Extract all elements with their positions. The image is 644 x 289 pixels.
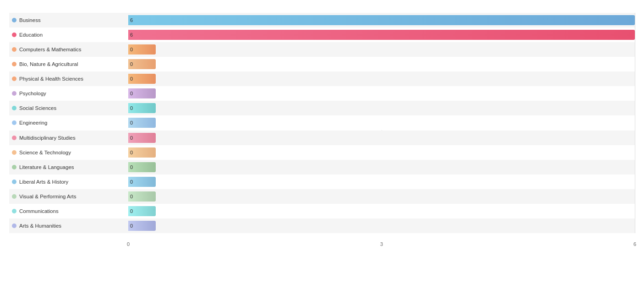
bar-value-label: 0 [130, 164, 133, 170]
bar-track: 0 [128, 162, 635, 172]
x-axis: 036 [128, 233, 635, 247]
color-dot [12, 120, 16, 125]
bar-fill: 0 [128, 103, 156, 113]
bar-row: Business6 [9, 13, 635, 27]
bar-fill: 0 [128, 133, 156, 143]
bar-label-text: Business [19, 17, 41, 23]
bar-row: Visual & Performing Arts0 [9, 189, 635, 204]
bars-wrapper: Business6Education6Computers & Mathemati… [9, 13, 635, 233]
bar-row: Engineering0 [9, 115, 635, 130]
bar-label-text: Social Sciences [19, 105, 56, 111]
bar-track: 0 [128, 177, 635, 187]
color-dot [12, 194, 16, 199]
bar-row: Psychology0 [9, 86, 635, 101]
bar-fill: 0 [128, 206, 156, 216]
bar-label-text: Literature & Languages [19, 164, 74, 170]
bar-fill: 0 [128, 74, 156, 84]
bar-track: 0 [128, 74, 635, 84]
bar-label: Computers & Mathematics [9, 47, 128, 52]
bar-value-label: 0 [130, 91, 133, 96]
bar-label: Liberal Arts & History [9, 179, 128, 185]
bar-fill: 0 [128, 147, 156, 158]
bar-track: 0 [128, 191, 635, 202]
bar-row: Arts & Humanities0 [9, 218, 635, 233]
bar-value-label: 0 [130, 105, 133, 111]
color-dot [12, 165, 16, 169]
bar-track: 6 [128, 15, 635, 25]
bar-label: Visual & Performing Arts [9, 194, 128, 199]
color-dot [12, 209, 16, 213]
bar-value-label: 0 [130, 194, 133, 199]
color-dot [12, 224, 16, 228]
bar-track: 0 [128, 221, 635, 231]
bar-fill: 0 [128, 162, 156, 172]
bar-value-label: 0 [130, 61, 133, 67]
bar-label: Literature & Languages [9, 164, 128, 170]
bar-track: 0 [128, 133, 635, 143]
bar-label-text: Education [19, 32, 43, 38]
bar-track: 0 [128, 147, 635, 158]
bar-fill: 6 [128, 30, 635, 40]
bar-label: Education [9, 32, 128, 38]
bar-label: Communications [9, 208, 128, 214]
bar-row: Multidisciplinary Studies0 [9, 131, 635, 145]
bar-row: Science & Technology0 [9, 145, 635, 160]
bar-label: Engineering [9, 120, 128, 125]
bar-label-text: Bio, Nature & Agricultural [19, 61, 78, 67]
x-tick-label: 3 [380, 241, 383, 247]
chart-area: Business6Education6Computers & Mathemati… [9, 13, 635, 247]
color-dot [12, 18, 16, 22]
color-dot [12, 136, 16, 140]
color-dot [12, 47, 16, 52]
bar-label-text: Computers & Mathematics [19, 47, 82, 52]
bar-label: Bio, Nature & Agricultural [9, 61, 128, 67]
bar-value-label: 0 [130, 150, 133, 155]
bar-label-text: Multidisciplinary Studies [19, 135, 76, 141]
bar-value-label: 0 [130, 47, 133, 52]
chart-container: Business6Education6Computers & Mathemati… [0, 0, 644, 289]
bar-label: Science & Technology [9, 150, 128, 155]
color-dot [12, 62, 16, 66]
bar-row: Physical & Health Sciences0 [9, 71, 635, 86]
bar-row: Education6 [9, 27, 635, 42]
bar-row: Social Sciences0 [9, 101, 635, 115]
bar-label-text: Arts & Humanities [19, 223, 61, 229]
bar-label-text: Psychology [19, 91, 46, 96]
bar-fill: 0 [128, 177, 156, 187]
bar-fill: 0 [128, 191, 156, 202]
bar-fill: 0 [128, 88, 156, 98]
bar-value-label: 6 [130, 32, 133, 38]
bar-value-label: 0 [130, 208, 133, 214]
bar-row: Bio, Nature & Agricultural0 [9, 57, 635, 71]
bar-label-text: Visual & Performing Arts [19, 194, 76, 199]
bar-label-text: Engineering [19, 120, 47, 125]
bar-fill: 0 [128, 118, 156, 128]
color-dot [12, 106, 16, 110]
bar-label-text: Communications [19, 208, 59, 214]
bar-value-label: 0 [130, 223, 133, 229]
bar-label: Multidisciplinary Studies [9, 135, 128, 141]
bar-row: Liberal Arts & History0 [9, 174, 635, 189]
bar-track: 0 [128, 206, 635, 216]
bar-label: Arts & Humanities [9, 223, 128, 229]
bar-value-label: 0 [130, 120, 133, 125]
bar-value-label: 6 [130, 17, 133, 23]
bar-track: 0 [128, 88, 635, 98]
bar-row: Communications0 [9, 204, 635, 218]
bar-track: 0 [128, 118, 635, 128]
bar-track: 0 [128, 59, 635, 69]
bar-label: Social Sciences [9, 105, 128, 111]
bar-fill: 0 [128, 44, 156, 55]
bar-row: Literature & Languages0 [9, 160, 635, 174]
bar-fill: 0 [128, 221, 156, 231]
bar-value-label: 0 [130, 179, 133, 185]
bar-label: Business [9, 17, 128, 23]
bar-value-label: 0 [130, 76, 133, 82]
bar-track: 0 [128, 44, 635, 55]
bar-fill: 0 [128, 59, 156, 69]
bar-track: 0 [128, 103, 635, 113]
bar-value-label: 0 [130, 135, 133, 141]
bar-fill: 6 [128, 15, 635, 25]
bar-label: Psychology [9, 91, 128, 96]
color-dot [12, 180, 16, 184]
